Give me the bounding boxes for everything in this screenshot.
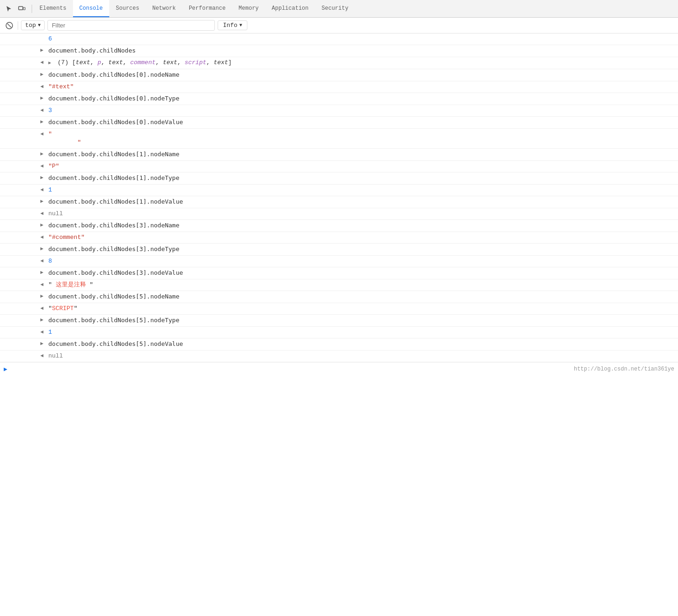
tab-elements[interactable]: Elements xyxy=(33,0,73,17)
row-content-3: ▶ (7) [text, p, text, comment, text, scr… xyxy=(47,58,678,68)
row-gutter-9 xyxy=(0,129,37,130)
code-text-12: document.body.childNodes[1].nodeType xyxy=(48,174,179,181)
row-expand-3[interactable]: ◀ xyxy=(37,58,47,65)
row-content-11: "P" xyxy=(47,161,678,172)
row-content-23: "SCRIPT" xyxy=(47,304,678,314)
row-gutter-4 xyxy=(0,70,37,71)
console-row-22: document.body.childNodes[5].nodeName xyxy=(0,291,678,303)
console-row-13: ◀ 1 xyxy=(0,185,678,196)
array-len: (7) [ xyxy=(58,59,76,66)
row-expand-15: ◀ xyxy=(37,209,47,216)
tab-network[interactable]: Network xyxy=(146,0,182,17)
row-gutter-12 xyxy=(0,173,37,174)
row-gutter-18 xyxy=(0,244,37,245)
code-text-6: document.body.childNodes[0].nodeType xyxy=(48,95,179,102)
cursor-icon[interactable] xyxy=(4,4,14,14)
code-text-14: document.body.childNodes[1].nodeValue xyxy=(48,198,183,205)
console-row-23: ◀ "SCRIPT" xyxy=(0,303,678,315)
row-expand-23: ◀ xyxy=(37,304,47,311)
console-row-5: ◀ "#text" xyxy=(0,81,678,93)
console-row-17: ◀ "#comment" xyxy=(0,232,678,244)
tab-security[interactable]: Security xyxy=(315,0,355,17)
code-text-26: document.body.childNodes[5].nodeValue xyxy=(48,340,183,347)
console-row-7: ◀ 3 xyxy=(0,105,678,117)
row-gutter-6 xyxy=(0,93,37,94)
number-value-1a: 1 xyxy=(48,186,52,193)
console-row-20: document.body.childNodes[3].nodeValue xyxy=(0,267,678,279)
clear-console-button[interactable] xyxy=(4,20,15,31)
svg-rect-1 xyxy=(23,7,25,10)
dropdown-arrow-icon: ▼ xyxy=(38,23,40,28)
row-gutter-7 xyxy=(0,106,37,106)
row-expand-12[interactable] xyxy=(37,173,47,180)
row-content-12: document.body.childNodes[1].nodeType xyxy=(47,173,678,184)
row-expand-21: ◀ xyxy=(37,280,47,287)
string-value-comment: "#comment" xyxy=(48,234,85,241)
log-level-selector[interactable]: Info ▼ xyxy=(218,20,247,30)
console-toolbar: top ▼ Info ▼ xyxy=(0,18,678,33)
row-expand-11: ◀ xyxy=(37,161,47,169)
row-expand-9: ◀ xyxy=(37,129,47,137)
row-expand-26[interactable] xyxy=(37,339,47,346)
string-quote-script-open: " xyxy=(48,305,52,312)
string-value-P: "P" xyxy=(48,163,59,170)
tab-sources[interactable]: Sources xyxy=(109,0,146,17)
tab-application[interactable]: Application xyxy=(265,0,315,17)
console-row-24: document.body.childNodes[5].nodeType xyxy=(0,315,678,327)
console-row-27: ◀ null xyxy=(0,351,678,362)
row-expand-14[interactable] xyxy=(37,197,47,204)
console-row-26: document.body.childNodes[5].nodeValue xyxy=(0,338,678,351)
tab-console[interactable]: Console xyxy=(73,0,109,17)
row-gutter-22 xyxy=(0,291,37,292)
row-expand-4[interactable] xyxy=(37,70,47,77)
context-selector[interactable]: top ▼ xyxy=(21,20,45,30)
code-text-2: document.body.childNodes xyxy=(48,47,136,54)
console-row-18: document.body.childNodes[3].nodeType xyxy=(0,244,678,256)
row-expand-8[interactable] xyxy=(37,117,47,125)
row-gutter-13 xyxy=(0,185,37,186)
row-expand-18[interactable] xyxy=(37,244,47,252)
tab-performance[interactable]: Performance xyxy=(182,0,232,17)
row-content-22: document.body.childNodes[5].nodeName xyxy=(47,291,678,302)
row-gutter-11 xyxy=(0,161,37,162)
row-expand-22[interactable] xyxy=(37,291,47,299)
row-content-15: null xyxy=(47,209,678,219)
row-gutter-24 xyxy=(0,315,37,316)
row-expand-1 xyxy=(37,34,47,35)
filter-input[interactable] xyxy=(47,20,215,31)
console-row-16: document.body.childNodes[3].nodeName xyxy=(0,220,678,232)
row-content-25: 1 xyxy=(47,327,678,338)
null-value-1: null xyxy=(48,210,63,217)
row-expand-25: ◀ xyxy=(37,327,47,335)
row-content-21: " 这里是注释 " xyxy=(47,280,678,290)
row-expand-24[interactable] xyxy=(37,315,47,323)
console-row-4: document.body.childNodes[0].nodeName xyxy=(0,69,678,81)
row-expand-16[interactable] xyxy=(37,220,47,228)
row-expand-17: ◀ xyxy=(37,232,47,240)
array-item-text3: text xyxy=(163,59,177,66)
row-content-7: 3 xyxy=(47,106,678,116)
row-expand-10[interactable] xyxy=(37,149,47,157)
device-icon[interactable] xyxy=(17,4,27,14)
row-expand-6[interactable] xyxy=(37,93,47,101)
string-quote-open: " xyxy=(48,281,56,288)
row-content-9: " " xyxy=(47,129,678,148)
tab-memory[interactable]: Memory xyxy=(232,0,265,17)
console-input-expand[interactable]: ▶ xyxy=(4,365,7,373)
code-text-20: document.body.childNodes[3].nodeValue xyxy=(48,269,183,276)
number-value-1b: 1 xyxy=(48,329,52,336)
row-expand-20[interactable] xyxy=(37,268,47,275)
null-value-2: null xyxy=(48,352,63,359)
svg-rect-0 xyxy=(19,7,23,10)
array-item-text2: text xyxy=(108,59,123,66)
string-value-text: "#text" xyxy=(48,83,74,90)
row-expand-19: ◀ xyxy=(37,256,47,264)
console-row-11: ◀ "P" xyxy=(0,161,678,172)
devtools-tab-bar: Elements Console Sources Network Perform… xyxy=(0,0,678,18)
row-content-19: 8 xyxy=(47,256,678,266)
number-value-6: 6 xyxy=(48,35,52,42)
row-expand-2[interactable] xyxy=(37,46,47,53)
console-row-14: document.body.childNodes[1].nodeValue xyxy=(0,196,678,208)
string-quote-script-close: " xyxy=(74,305,78,312)
row-content-17: "#comment" xyxy=(47,232,678,243)
